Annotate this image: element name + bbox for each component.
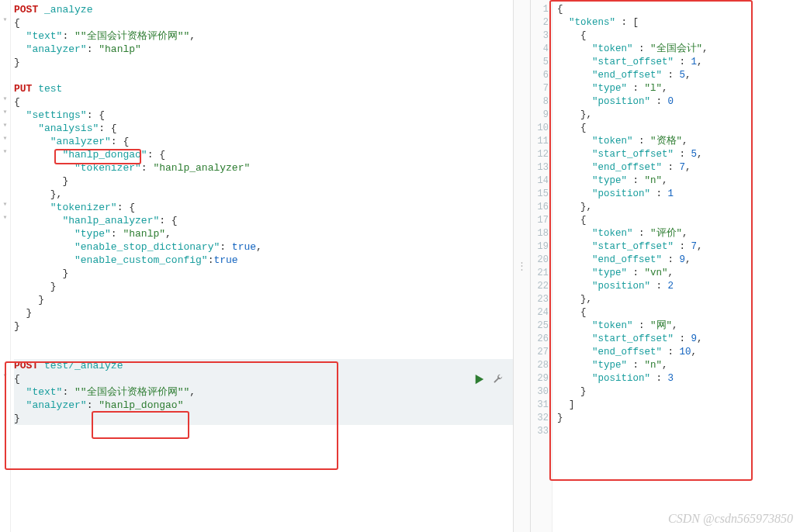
action-toolbar (474, 374, 504, 388)
http-method: PUT (14, 83, 32, 95)
response-pane: 1 2 3 4 5 6 7 8 9 10 11 12 13 14 15 16 1… (531, 0, 807, 532)
run-icon[interactable] (474, 374, 485, 388)
svg-marker-0 (476, 375, 484, 384)
request-editor-pane[interactable]: ▾ ▾▾▾▾▾ ▾▾ ▾ POST _analyze { "text": ""全… (0, 0, 514, 532)
active-request-line[interactable]: POST test/_analyze (14, 359, 513, 372)
http-path: _analyze (44, 4, 92, 16)
watermark: CSDN @csdn565973850 (668, 512, 793, 526)
editor-container: ▾ ▾▾▾▾▾ ▾▾ ▾ POST _analyze { "text": ""全… (0, 0, 807, 532)
pane-splitter[interactable]: ⋮ (514, 0, 531, 532)
response-json[interactable]: { "tokens" : [ { "token" : "全国会计", "star… (552, 0, 807, 532)
left-fold-gutter: ▾ ▾▾▾▾▾ ▾▾ ▾ (0, 0, 11, 532)
http-method: POST (14, 4, 38, 16)
request-code[interactable]: POST _analyze { "text": ""全国会计资格评价网"", "… (0, 0, 513, 428)
http-path: test (38, 83, 62, 95)
response-line-numbers: 1 2 3 4 5 6 7 8 9 10 11 12 13 14 15 16 1… (531, 0, 552, 532)
wrench-icon[interactable] (493, 374, 504, 388)
